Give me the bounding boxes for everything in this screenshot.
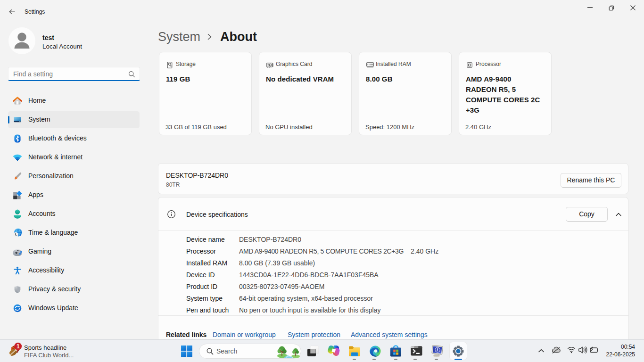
svg-text:1: 1 — [17, 343, 20, 350]
